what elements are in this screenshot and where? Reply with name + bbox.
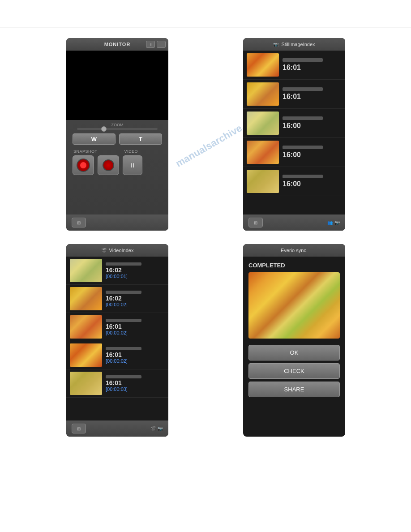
video-date-bar-5 <box>106 375 141 378</box>
still-title-bar: 📷 StillImageIndex <box>243 38 345 51</box>
everio-sync-panel: Everio sync. COMPLETED OK CHECK SHARE <box>243 244 345 437</box>
video-duration-1: [00:00:01] <box>106 274 165 279</box>
still-date-bar-1 <box>283 58 323 62</box>
video-duration-2: [00:00:02] <box>106 302 165 307</box>
monitor-bottom-bar: ⊞ <box>66 215 168 231</box>
still-time-5: 16:00 <box>283 180 342 188</box>
still-bottom-bar: ⊞ 👥 📷 <box>243 215 345 231</box>
still-thumb-5 <box>247 170 279 193</box>
sync-preview-image <box>248 272 340 339</box>
video-title: VideoIndex <box>109 248 134 253</box>
still-thumb-1 <box>247 53 279 77</box>
video-duration-5: [00:00:03] <box>106 386 165 392</box>
video-bottom-icons: 🎬 📷 <box>150 426 163 431</box>
video-thumb-2 <box>70 287 102 310</box>
snapshot-label: SNAPSHOT <box>73 149 98 154</box>
video-info-3: 16:01 [00:00:02] <box>106 319 165 335</box>
video-info-1: 16:02 [00:00:01] <box>106 262 165 279</box>
still-date-bar-4 <box>283 146 323 149</box>
still-time-3: 16:00 <box>283 122 342 130</box>
pause-icon: ⏸ <box>129 162 136 169</box>
still-title: StillImageIndex <box>281 42 315 47</box>
connect-icon-btn[interactable]: — <box>157 41 166 48</box>
completed-label: COMPLETED <box>248 262 340 269</box>
w-button[interactable]: W <box>73 133 116 145</box>
wt-buttons: W T <box>66 132 168 146</box>
video-item-4[interactable]: 16:01 [00:00:02] <box>66 341 168 369</box>
still-grid-icon: ⊞ <box>254 220 257 225</box>
video-time-3: 16:01 <box>106 323 165 330</box>
sync-title: Everio sync. <box>281 248 308 253</box>
still-thumb-4 <box>247 141 279 164</box>
monitor-video-area <box>66 51 168 120</box>
video-item-list: 16:02 [00:00:01] 16:02 [00:00:02] 16:01 … <box>66 257 168 420</box>
sync-title-bar: Everio sync. <box>243 244 345 257</box>
still-item-5[interactable]: 16:00 <box>243 167 345 196</box>
video-date-bar-4 <box>106 347 141 350</box>
still-info-2: 16:01 <box>283 87 342 101</box>
zoom-section: ZOOM <box>66 120 168 132</box>
snapshot-button[interactable] <box>73 155 94 175</box>
zoom-slider-thumb[interactable] <box>101 126 107 132</box>
video-label: VIDEO <box>124 149 138 154</box>
still-time-4: 16:00 <box>283 151 342 159</box>
video-duration-4: [00:00:02] <box>106 358 165 364</box>
zoom-slider-track[interactable] <box>77 128 158 130</box>
monitor-panel: MONITOR ⏸ — ZOOM W T SNAPSHOT VIDEO ⏸ ⊞ <box>66 38 168 231</box>
still-time-2: 16:01 <box>283 93 342 101</box>
video-pause-button[interactable]: ⏸ <box>123 155 142 175</box>
grid-icon: ⊞ <box>77 220 81 225</box>
still-date-bar-3 <box>283 116 323 120</box>
video-date-bar-3 <box>106 319 141 322</box>
still-grid-button[interactable]: ⊞ <box>248 218 263 227</box>
still-image-list: 16:01 16:01 16:00 16:00 <box>243 51 345 215</box>
video-film-icon: 🎬 <box>150 426 156 431</box>
still-info-4: 16:00 <box>283 146 342 159</box>
video-title-bar: 🎬 VideoIndex <box>66 244 168 257</box>
share-button[interactable]: SHARE <box>248 382 340 397</box>
still-thumb-3 <box>247 112 279 135</box>
video-index-panel: 🎬 VideoIndex 16:02 [00:00:01] 16:02 [00:… <box>66 244 168 437</box>
still-item-3[interactable]: 16:00 <box>243 109 345 138</box>
still-info-5: 16:00 <box>283 175 342 188</box>
video-thumb-4 <box>70 343 102 367</box>
video-time-2: 16:02 <box>106 295 165 302</box>
ok-button[interactable]: OK <box>248 345 340 360</box>
monitor-grid-button[interactable]: ⊞ <box>72 218 86 227</box>
still-item-4[interactable]: 16:00 <box>243 138 345 167</box>
top-divider <box>0 27 411 27</box>
still-image-panel: 📷 StillImageIndex 16:01 16:01 16:00 <box>243 38 345 231</box>
still-bottom-icons: 👥 📷 <box>327 220 340 225</box>
video-item-5[interactable]: 16:01 [00:00:03] <box>66 369 168 398</box>
record-button[interactable] <box>98 155 119 175</box>
monitor-title: MONITOR <box>104 42 131 47</box>
t-button[interactable]: T <box>119 133 162 145</box>
video-info-5: 16:01 [00:00:03] <box>106 375 165 392</box>
video-time-4: 16:01 <box>106 351 165 358</box>
video-thumb-5 <box>70 372 102 395</box>
still-item-2[interactable]: 16:01 <box>243 80 345 109</box>
still-info-3: 16:00 <box>283 116 342 130</box>
video-date-bar-2 <box>106 291 141 294</box>
video-thumb-1 <box>70 259 102 282</box>
video-grid-icon: ⊞ <box>77 426 81 431</box>
monitor-title-bar: MONITOR ⏸ — <box>66 38 168 51</box>
video-bottom-bar: ⊞ 🎬 📷 <box>66 420 168 437</box>
video-time-5: 16:01 <box>106 379 165 386</box>
video-grid-button[interactable]: ⊞ <box>72 424 86 433</box>
still-item-1[interactable]: 16:01 <box>243 51 345 80</box>
check-button[interactable]: CHECK <box>248 363 340 379</box>
zoom-label: ZOOM <box>73 123 162 127</box>
video-thumb-3 <box>70 315 102 339</box>
video-item-3[interactable]: 16:01 [00:00:02] <box>66 313 168 341</box>
pause-icon-btn[interactable]: ⏸ <box>146 41 155 48</box>
video-time-1: 16:02 <box>106 266 165 274</box>
video-item-2[interactable]: 16:02 [00:00:02] <box>66 285 168 313</box>
video-duration-3: [00:00:02] <box>106 330 165 335</box>
still-camera-bottom-icon: 📷 <box>334 220 340 225</box>
video-info-4: 16:01 [00:00:02] <box>106 347 165 364</box>
still-time-1: 16:01 <box>283 64 342 72</box>
video-info-2: 16:02 [00:00:02] <box>106 291 165 307</box>
video-camera-icon: 📷 <box>158 426 163 431</box>
video-item-1[interactable]: 16:02 [00:00:01] <box>66 257 168 285</box>
